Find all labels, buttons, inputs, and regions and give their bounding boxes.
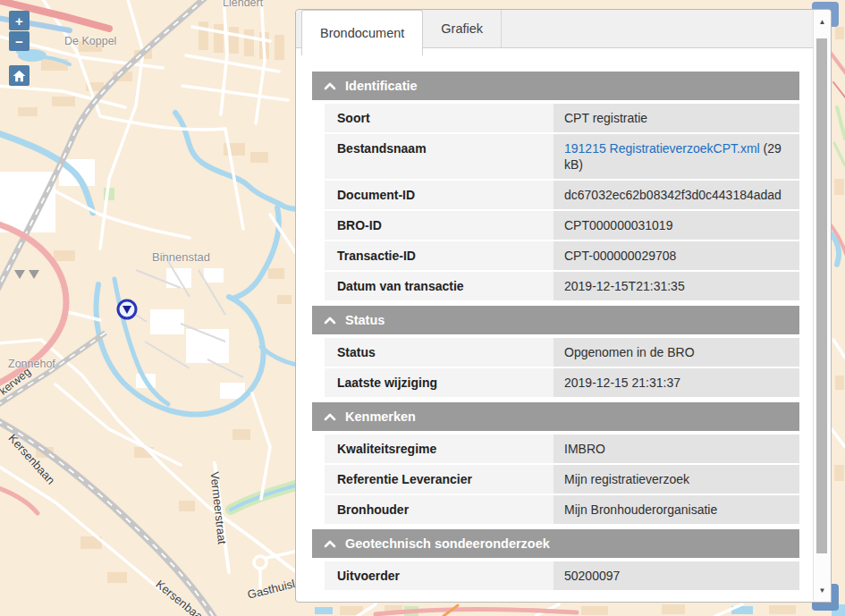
section-header-identificatie[interactable]: Identificatie — [312, 72, 799, 100]
map-label-zonnehof: Zonnehof — [8, 358, 55, 370]
panel-scrollbar[interactable]: ▲ ▼ — [813, 10, 831, 602]
section-identificatie: Identificatie Soort CPT registratie Best… — [312, 72, 799, 300]
map-label-de-koppel: De Koppel — [64, 35, 116, 47]
section-header-geotechnisch[interactable]: Geotechnisch sondeeronderzoek — [312, 529, 799, 558]
row-label: Status — [325, 338, 553, 367]
row-value: 50200097 — [553, 561, 799, 590]
row-label: Document-ID — [325, 181, 553, 209]
row-value: Opgenomen in de BRO — [553, 338, 799, 367]
table-row: BRO-ID CPT000000031019 — [325, 211, 799, 240]
table-row: Laatste wijziging 2019-12-15 21:31:37 — [325, 368, 799, 397]
chevron-up-icon — [324, 539, 336, 548]
table-row: Bronhouder Mijn Bronhouderorganisatie — [325, 495, 799, 524]
row-label: BRO-ID — [325, 211, 553, 240]
row-value: IMBRO — [553, 435, 799, 463]
map-label-binnenstad: Binnenstad — [152, 250, 210, 264]
table-row: Bestandsnaam 191215 RegistratieverzoekCP… — [325, 134, 799, 179]
row-label: Laatste wijziging — [325, 368, 553, 397]
scrollbar-up-button[interactable]: ▲ — [814, 12, 831, 31]
row-value: CPT registratie — [553, 104, 799, 132]
section-title: Identificatie — [345, 79, 418, 93]
row-value: 2019-12-15T21:31:35 — [553, 272, 799, 300]
tab-grafiek[interactable]: Grafiek — [423, 10, 502, 47]
table-row: Datum van transactie 2019-12-15T21:31:35 — [325, 272, 799, 300]
cpt-marker[interactable] — [116, 299, 138, 320]
panel-content: Identificatie Soort CPT registratie Best… — [296, 48, 831, 590]
row-value: CPT-000000029708 — [553, 241, 799, 270]
table-row: Transactie-ID CPT-000000029708 — [325, 241, 799, 270]
map-label-liendert: Liendert — [223, 0, 263, 9]
tab-bar: Brondocument Grafiek — [296, 10, 831, 48]
row-label: Kwaliteitsregime — [325, 435, 553, 463]
home-button[interactable] — [9, 65, 30, 86]
row-value: 191215 RegistratieverzoekCPT.xml (29 kB) — [553, 134, 799, 179]
row-label: Datum van transactie — [325, 272, 553, 300]
row-label: Bronhouder — [325, 495, 553, 524]
chevron-up-icon — [324, 316, 336, 325]
chevron-up-icon — [324, 412, 336, 421]
row-value: Mijn registratieverzoek — [553, 465, 799, 494]
section-header-status[interactable]: Status — [312, 306, 799, 334]
table-row: Status Opgenomen in de BRO — [325, 338, 799, 367]
table-row: Soort CPT registratie — [325, 104, 799, 132]
row-label: Transactie-ID — [325, 241, 553, 270]
table-row: Kwaliteitsregime IMBRO — [325, 435, 799, 463]
zoom-in-button[interactable]: + — [9, 11, 30, 30]
section-title: Kenmerken — [345, 409, 416, 424]
section-title: Status — [345, 313, 384, 327]
row-value: 2019-12-15 21:31:37 — [553, 368, 799, 397]
table-row: Uitvoerder 50200097 — [325, 561, 799, 590]
section-status: Status Status Opgenomen in de BRO Laatst… — [312, 306, 799, 397]
row-label: Soort — [325, 104, 553, 132]
section-header-kenmerken[interactable]: Kenmerken — [312, 402, 799, 431]
row-label: Uitvoerder — [325, 561, 553, 590]
section-kenmerken: Kenmerken Kwaliteitsregime IMBRO Referen… — [312, 402, 799, 524]
row-value: CPT000000031019 — [553, 211, 799, 240]
cpt-marker-icon — [116, 299, 138, 320]
scrollbar-thumb[interactable] — [816, 38, 827, 553]
row-label: Referentie Leverancier — [325, 465, 553, 494]
chevron-up-icon — [324, 81, 336, 90]
scrollbar-down-button[interactable]: ▼ — [814, 580, 831, 600]
detail-panel: Brondocument Grafiek Identificatie Soort… — [295, 9, 832, 603]
table-row: Referentie Leverancier Mijn registratiev… — [325, 465, 799, 494]
row-value: dc67032ec62b08342f3d0c443184adad — [553, 181, 799, 209]
tab-brondocument[interactable]: Brondocument — [301, 10, 423, 55]
table-row: Document-ID dc67032ec62b08342f3d0c443184… — [325, 181, 799, 209]
row-value: Mijn Bronhouderorganisatie — [553, 495, 799, 524]
home-icon — [13, 70, 26, 82]
section-geotechnisch-sondeeronderzoek: Geotechnisch sondeeronderzoek Uitvoerder… — [312, 529, 799, 590]
zoom-out-button[interactable]: − — [9, 31, 30, 51]
app-window: Liendert De Koppel Binnenstad Zonnehof k… — [0, 0, 845, 616]
section-title: Geotechnisch sondeeronderzoek — [345, 536, 550, 551]
row-label: Bestandsnaam — [325, 134, 553, 179]
file-download-link[interactable]: 191215 RegistratieverzoekCPT.xml — [564, 141, 760, 156]
